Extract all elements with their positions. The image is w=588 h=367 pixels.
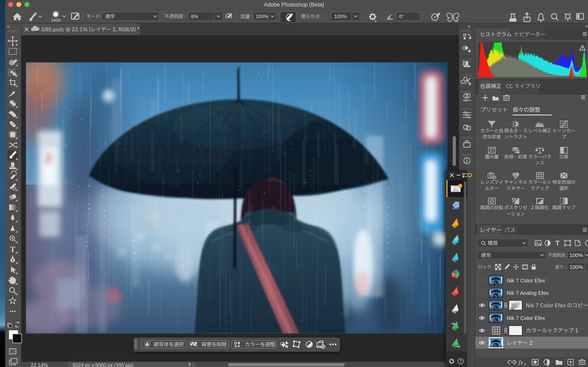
svg-text:T: T bbox=[555, 239, 560, 247]
svg-text:fx: fx bbox=[519, 359, 523, 366]
svg-text:«: « bbox=[467, 23, 470, 29]
svg-text:0°: 0° bbox=[399, 14, 404, 19]
svg-text:T: T bbox=[10, 245, 16, 254]
svg-text:?: ? bbox=[459, 359, 462, 364]
svg-text:100%: 100% bbox=[256, 14, 268, 19]
svg-text:»: » bbox=[7, 24, 9, 29]
svg-text:100%: 100% bbox=[334, 14, 347, 19]
svg-text:2400: 2400 bbox=[51, 18, 61, 22]
svg-text:6%: 6% bbox=[191, 14, 198, 19]
svg-text:»: » bbox=[585, 24, 588, 29]
